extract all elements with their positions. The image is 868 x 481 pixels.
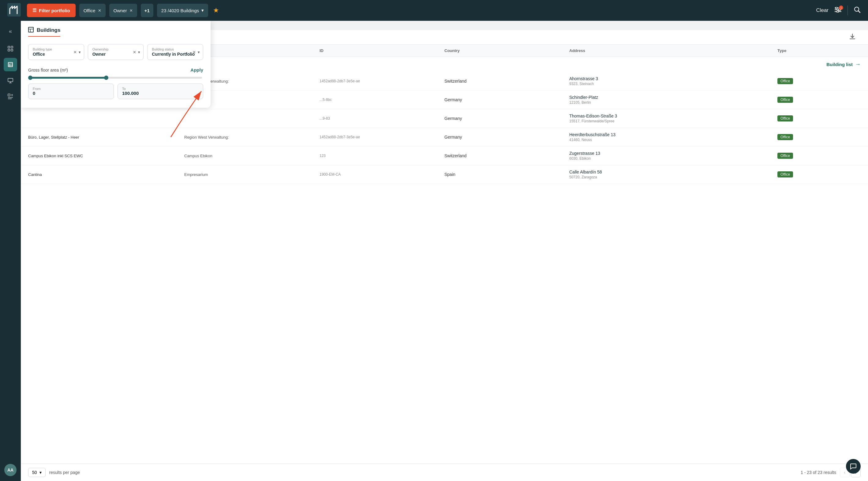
nav-right: Clear 1: [816, 5, 861, 15]
table-row[interactable]: ...9-83 Germany Thomas-Edison-Straße 3 1…: [21, 109, 868, 128]
sidebar-item-components[interactable]: [4, 90, 17, 103]
building-type-clear-icon[interactable]: ✕: [73, 50, 77, 55]
owner-chip-close-icon[interactable]: ✕: [129, 8, 133, 13]
building-type-chevron-icon[interactable]: ▾: [79, 50, 81, 55]
buildings-panel-icon: [28, 27, 34, 34]
pagination-bar: 50 ▾ results per page 1 - 23 of 23 resul…: [21, 463, 868, 481]
slider-fill: [29, 77, 107, 78]
search-button[interactable]: [854, 6, 861, 15]
building-type-select[interactable]: Building type Office ✕ ▾: [28, 44, 84, 60]
per-page-chevron-icon: ▾: [39, 470, 42, 475]
favorite-star-button[interactable]: ★: [213, 6, 219, 14]
range-from-input[interactable]: From 0: [28, 84, 114, 99]
sidebar: «: [0, 21, 21, 481]
svg-rect-25: [28, 27, 33, 32]
ownership-chevron-icon[interactable]: ▾: [138, 50, 140, 55]
th-country: Country: [444, 49, 569, 53]
svg-rect-11: [8, 49, 10, 51]
main-layout: «: [0, 21, 868, 481]
range-to-input[interactable]: To 100.000: [118, 84, 203, 99]
per-page-select[interactable]: 50 ▾: [28, 468, 45, 477]
ownership-select[interactable]: Ownership Owner ✕ ▾: [88, 44, 144, 60]
th-id: ID: [319, 49, 444, 53]
user-avatar[interactable]: AA: [4, 464, 17, 476]
svg-rect-10: [11, 46, 13, 48]
table-row[interactable]: Cantina Empresarium 1900-EM-CA Spain Cal…: [21, 165, 868, 184]
ownership-clear-icon[interactable]: ✕: [133, 50, 136, 55]
range-inputs: From 0 To 100.000: [28, 84, 203, 99]
filter-portfolio-button[interactable]: ☰ Filter portfolio: [27, 4, 75, 17]
svg-point-6: [837, 11, 839, 12]
download-button[interactable]: [849, 33, 856, 41]
svg-rect-9: [8, 46, 10, 48]
th-type: Type: [777, 49, 861, 53]
more-filters-chip[interactable]: +1: [141, 4, 153, 17]
building-status-chevron-icon[interactable]: ▾: [198, 50, 200, 55]
office-filter-chip[interactable]: Office ✕: [79, 4, 105, 17]
svg-rect-13: [8, 62, 12, 67]
apply-button[interactable]: Apply: [190, 67, 203, 72]
owner-filter-chip[interactable]: Owner ✕: [109, 4, 137, 17]
range-slider-track[interactable]: [29, 77, 202, 78]
office-chip-close-icon[interactable]: ✕: [98, 8, 101, 13]
svg-point-4: [836, 7, 837, 9]
clear-button[interactable]: Clear: [816, 7, 829, 13]
slider-thumb-left[interactable]: [28, 75, 32, 80]
sidebar-item-buildings[interactable]: [4, 58, 17, 71]
svg-line-8: [858, 11, 860, 12]
range-section: Gross floor area (m²) Apply From 0 To 10: [28, 67, 203, 99]
chat-button[interactable]: [846, 459, 861, 474]
svg-rect-20: [8, 94, 10, 96]
topnav: ☰ Filter portfolio Office ✕ Owner ✕ +1 2…: [0, 0, 868, 21]
table-row[interactable]: Büro, Lager, Stellplatz - Heer Region We…: [21, 128, 868, 147]
building-status-select[interactable]: Building status Currently in Portfolio ✕…: [147, 44, 203, 60]
panel-title: Buildings: [28, 27, 60, 37]
sidebar-collapse-button[interactable]: «: [6, 26, 14, 37]
filter-selects-row: Building type Office ✕ ▾ Ownership Owner…: [28, 44, 203, 60]
divider: [847, 5, 848, 15]
range-header: Gross floor area (m²) Apply: [28, 67, 203, 72]
logo: [7, 3, 23, 18]
filter-panel: Buildings Building type Office ✕ ▾ Owner…: [21, 21, 211, 108]
svg-rect-12: [11, 49, 13, 51]
svg-rect-17: [8, 78, 13, 82]
sidebar-item-home[interactable]: [4, 42, 17, 55]
filter-settings-button[interactable]: 1: [835, 7, 841, 14]
th-address: Address: [569, 49, 777, 53]
building-list-arrow-icon: →: [855, 61, 861, 68]
filter-icon: ☰: [32, 8, 36, 13]
table-scroll: Büro, Lager, Stellplatz - Heer Region We…: [21, 72, 868, 463]
content-area: Buildings Building type Office ✕ ▾ Owner…: [21, 21, 868, 481]
chevron-down-icon: ▾: [202, 8, 204, 13]
sidebar-item-monitor[interactable]: [4, 74, 17, 87]
slider-thumb-right[interactable]: [104, 75, 108, 80]
building-status-clear-icon[interactable]: ✕: [192, 50, 196, 55]
panel-title-text: Buildings: [37, 27, 60, 33]
filter-badge: 1: [839, 5, 843, 10]
table-row[interactable]: Campus Ebikon inkl SCS EWC Campus Ebikon…: [21, 147, 868, 165]
buildings-count-dropdown[interactable]: 23 /4020 Buildings ▾: [157, 4, 208, 17]
